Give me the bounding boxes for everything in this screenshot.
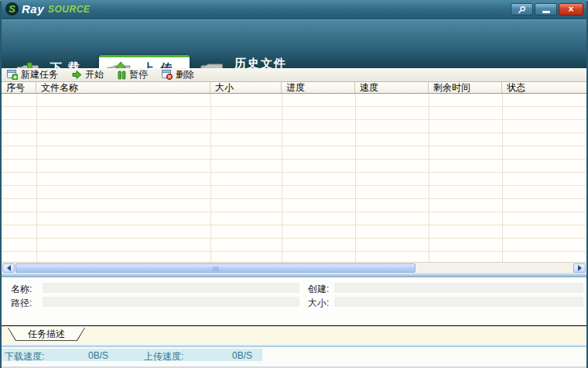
delete-icon: [162, 70, 173, 80]
window-border-left: [0, 0, 2, 368]
column-header-size[interactable]: 大小: [210, 82, 282, 93]
task-details-panel: 名称: 路径: 创建: 大小:: [2, 277, 586, 325]
grid-divider: [210, 94, 211, 262]
start-icon: [72, 70, 82, 80]
horizontal-scrollbar[interactable]: [2, 262, 586, 273]
grid-divider: [282, 94, 282, 262]
column-header-filename[interactable]: 文件名称: [36, 82, 210, 93]
grid-divider: [429, 94, 429, 262]
download-speed-label: 下载速度:: [5, 350, 44, 363]
pause-button[interactable]: 暂停: [116, 67, 149, 82]
new-task-button[interactable]: 新建任务: [5, 67, 60, 82]
status-bar: 下载速度: 0B/S 上传速度: 0B/S: [2, 347, 586, 368]
task-table-header: 序号 文件名称 大小 进度 速度 剩余时间 状态: [2, 82, 586, 94]
task-table-body: [2, 94, 586, 262]
grid-divider: [502, 94, 503, 262]
minimize-icon: [542, 11, 550, 13]
brand-source: SOURCE: [48, 4, 90, 15]
created-field: [334, 283, 583, 293]
start-button[interactable]: 开始: [70, 67, 105, 82]
scrollbar-thumb[interactable]: [15, 263, 415, 273]
column-header-progress[interactable]: 进度: [282, 82, 355, 93]
pause-label: 暂停: [129, 68, 148, 81]
new-task-label: 新建任务: [21, 68, 58, 81]
raysource-window: S RaySOURCE × 下 载 DOWNLOAD: [0, 0, 588, 368]
task-toolbar: 新建任务 开始 暂停 删除: [2, 68, 586, 82]
column-header-status[interactable]: 状态: [502, 82, 586, 93]
scroll-left-button[interactable]: [2, 263, 15, 273]
title-bar: S RaySOURCE ×: [0, 0, 588, 19]
size-field: [334, 297, 583, 307]
path-label: 路径:: [11, 297, 32, 310]
close-button[interactable]: ×: [559, 3, 583, 15]
pause-icon: [118, 71, 126, 80]
search-icon: [518, 5, 526, 14]
scroll-right-button[interactable]: [573, 263, 586, 273]
delete-label: 删除: [176, 68, 194, 81]
scrollbar-grip-icon: [213, 267, 218, 271]
size-label: 大小:: [308, 297, 329, 310]
column-header-remaining[interactable]: 剩余时间: [429, 82, 502, 93]
start-label: 开始: [85, 68, 104, 81]
download-speed-value: 0B/S: [88, 350, 108, 361]
name-field: [43, 283, 299, 293]
task-description-tab[interactable]: 任务描述: [8, 328, 85, 341]
scroll-left-icon: [7, 265, 11, 271]
upload-speed-value: 0B/S: [232, 350, 252, 361]
path-field: [43, 297, 299, 307]
search-button[interactable]: [511, 3, 533, 15]
minimize-button[interactable]: [535, 3, 557, 15]
main-tab-band: 下 载 DOWNLOAD 上 传 UPLOAD: [0, 19, 588, 68]
scroll-right-icon: [578, 265, 582, 271]
upload-speed-label: 上传速度:: [144, 350, 183, 363]
app-logo: S RaySOURCE: [5, 2, 90, 15]
created-label: 创建:: [308, 283, 329, 296]
task-description-label: 任务描述: [9, 328, 84, 340]
bottom-tab-strip: 任务描述: [2, 325, 586, 344]
column-header-speed[interactable]: 速度: [355, 82, 429, 93]
delete-button[interactable]: 删除: [160, 67, 196, 82]
column-header-index[interactable]: 序号: [2, 82, 36, 93]
grid-divider: [355, 94, 356, 262]
close-icon: ×: [568, 4, 573, 15]
grid-divider: [36, 94, 37, 262]
brand-ray: Ray: [22, 2, 44, 15]
name-label: 名称:: [11, 283, 32, 296]
new-task-icon: [7, 70, 18, 80]
logo-icon: S: [5, 2, 19, 15]
